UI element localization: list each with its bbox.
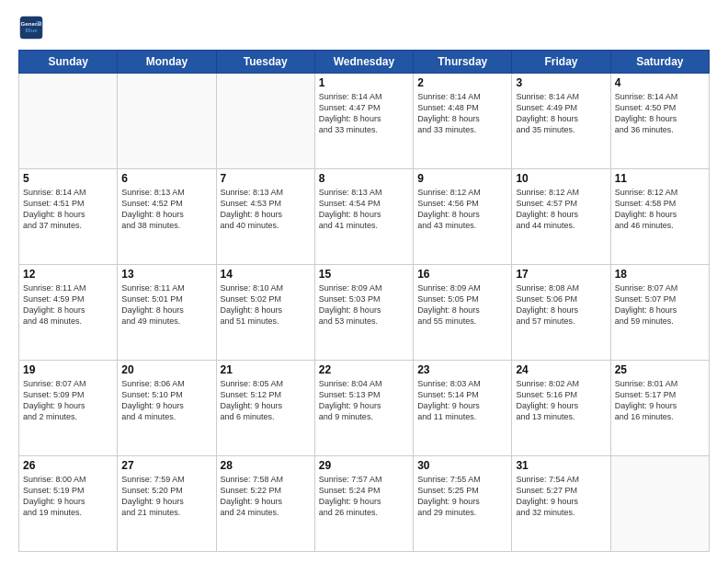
day-info: Sunrise: 8:13 AM Sunset: 4:52 PM Dayligh… — [121, 187, 211, 232]
weekday-header-tuesday: Tuesday — [216, 51, 314, 74]
day-number: 14 — [221, 268, 311, 281]
day-info: Sunrise: 8:02 AM Sunset: 5:16 PM Dayligh… — [516, 378, 606, 423]
day-number: 29 — [319, 459, 409, 472]
day-number: 11 — [615, 172, 705, 185]
day-info: Sunrise: 8:13 AM Sunset: 4:54 PM Dayligh… — [319, 187, 409, 232]
calendar-cell-4-6: 24Sunrise: 8:02 AM Sunset: 5:16 PM Dayli… — [512, 361, 610, 456]
day-info: Sunrise: 8:04 AM Sunset: 5:13 PM Dayligh… — [319, 378, 409, 423]
weekday-header-thursday: Thursday — [414, 51, 512, 74]
weekday-header-monday: Monday — [118, 51, 216, 74]
day-number: 1 — [319, 76, 409, 89]
calendar-cell-5-2: 27Sunrise: 7:59 AM Sunset: 5:20 PM Dayli… — [118, 456, 216, 552]
day-number: 25 — [615, 363, 705, 376]
calendar-cell-1-1 — [19, 74, 118, 169]
day-info: Sunrise: 8:14 AM Sunset: 4:51 PM Dayligh… — [23, 187, 113, 232]
day-number: 4 — [615, 76, 705, 89]
weekday-header-saturday: Saturday — [610, 51, 709, 74]
day-number: 21 — [221, 363, 311, 376]
calendar-cell-4-4: 22Sunrise: 8:04 AM Sunset: 5:13 PM Dayli… — [314, 361, 413, 456]
week-row-2: 5Sunrise: 8:14 AM Sunset: 4:51 PM Daylig… — [19, 169, 710, 265]
day-number: 10 — [516, 172, 606, 185]
logo: General Blue — [18, 15, 44, 40]
day-number: 3 — [516, 76, 606, 89]
svg-text:Blue: Blue — [25, 27, 38, 33]
day-number: 2 — [417, 76, 507, 89]
day-info: Sunrise: 8:00 AM Sunset: 5:19 PM Dayligh… — [23, 474, 113, 519]
calendar-cell-3-5: 16Sunrise: 8:09 AM Sunset: 5:05 PM Dayli… — [414, 265, 512, 361]
weekday-header-wednesday: Wednesday — [314, 51, 413, 74]
calendar-cell-2-2: 6Sunrise: 8:13 AM Sunset: 4:52 PM Daylig… — [118, 169, 216, 265]
day-info: Sunrise: 7:58 AM Sunset: 5:22 PM Dayligh… — [221, 474, 311, 519]
calendar-cell-1-6: 3Sunrise: 8:14 AM Sunset: 4:49 PM Daylig… — [512, 74, 610, 169]
day-number: 30 — [417, 459, 507, 472]
calendar-cell-4-2: 20Sunrise: 8:06 AM Sunset: 5:10 PM Dayli… — [118, 361, 216, 456]
day-number: 22 — [319, 363, 409, 376]
calendar-cell-1-5: 2Sunrise: 8:14 AM Sunset: 4:48 PM Daylig… — [414, 74, 512, 169]
day-number: 31 — [516, 459, 606, 472]
day-number: 8 — [319, 172, 409, 185]
day-number: 26 — [23, 459, 113, 472]
day-info: Sunrise: 7:59 AM Sunset: 5:20 PM Dayligh… — [121, 474, 211, 519]
calendar-cell-3-1: 12Sunrise: 8:11 AM Sunset: 4:59 PM Dayli… — [19, 265, 118, 361]
day-info: Sunrise: 7:57 AM Sunset: 5:24 PM Dayligh… — [319, 474, 409, 519]
day-info: Sunrise: 8:07 AM Sunset: 5:07 PM Dayligh… — [615, 282, 705, 327]
day-info: Sunrise: 8:06 AM Sunset: 5:10 PM Dayligh… — [121, 378, 211, 423]
day-number: 7 — [221, 172, 311, 185]
day-info: Sunrise: 8:12 AM Sunset: 4:56 PM Dayligh… — [417, 187, 507, 232]
calendar-cell-5-1: 26Sunrise: 8:00 AM Sunset: 5:19 PM Dayli… — [19, 456, 118, 552]
day-info: Sunrise: 8:08 AM Sunset: 5:06 PM Dayligh… — [516, 282, 606, 327]
calendar-cell-5-7 — [610, 456, 709, 552]
week-row-4: 19Sunrise: 8:07 AM Sunset: 5:09 PM Dayli… — [19, 361, 710, 456]
page: General Blue SundayMondayTuesdayWednesda… — [0, 0, 728, 563]
day-info: Sunrise: 8:01 AM Sunset: 5:17 PM Dayligh… — [615, 378, 705, 423]
day-info: Sunrise: 8:12 AM Sunset: 4:57 PM Dayligh… — [516, 187, 606, 232]
calendar-cell-4-5: 23Sunrise: 8:03 AM Sunset: 5:14 PM Dayli… — [414, 361, 512, 456]
day-info: Sunrise: 8:14 AM Sunset: 4:48 PM Dayligh… — [417, 91, 507, 136]
logo-icon: General Blue — [18, 15, 44, 40]
day-info: Sunrise: 8:11 AM Sunset: 4:59 PM Dayligh… — [23, 282, 113, 327]
day-info: Sunrise: 8:13 AM Sunset: 4:53 PM Dayligh… — [221, 187, 311, 232]
calendar-cell-5-6: 31Sunrise: 7:54 AM Sunset: 5:27 PM Dayli… — [512, 456, 610, 552]
calendar-cell-2-3: 7Sunrise: 8:13 AM Sunset: 4:53 PM Daylig… — [216, 169, 314, 265]
day-info: Sunrise: 8:05 AM Sunset: 5:12 PM Dayligh… — [221, 378, 311, 423]
calendar-cell-2-1: 5Sunrise: 8:14 AM Sunset: 4:51 PM Daylig… — [19, 169, 118, 265]
calendar-cell-3-2: 13Sunrise: 8:11 AM Sunset: 5:01 PM Dayli… — [118, 265, 216, 361]
calendar-cell-1-3 — [216, 74, 314, 169]
day-number: 13 — [121, 268, 211, 281]
day-number: 28 — [221, 459, 311, 472]
week-row-3: 12Sunrise: 8:11 AM Sunset: 4:59 PM Dayli… — [19, 265, 710, 361]
day-info: Sunrise: 8:03 AM Sunset: 5:14 PM Dayligh… — [417, 378, 507, 423]
calendar-cell-3-4: 15Sunrise: 8:09 AM Sunset: 5:03 PM Dayli… — [314, 265, 413, 361]
day-info: Sunrise: 8:12 AM Sunset: 4:58 PM Dayligh… — [615, 187, 705, 232]
day-number: 19 — [23, 363, 113, 376]
day-info: Sunrise: 8:11 AM Sunset: 5:01 PM Dayligh… — [121, 282, 211, 327]
day-info: Sunrise: 8:09 AM Sunset: 5:05 PM Dayligh… — [417, 282, 507, 327]
header: General Blue — [18, 15, 710, 40]
calendar-cell-4-7: 25Sunrise: 8:01 AM Sunset: 5:17 PM Dayli… — [610, 361, 709, 456]
day-number: 12 — [23, 268, 113, 281]
calendar-cell-2-6: 10Sunrise: 8:12 AM Sunset: 4:57 PM Dayli… — [512, 169, 610, 265]
day-info: Sunrise: 8:10 AM Sunset: 5:02 PM Dayligh… — [221, 282, 311, 327]
day-info: Sunrise: 8:14 AM Sunset: 4:49 PM Dayligh… — [516, 91, 606, 136]
calendar-cell-5-5: 30Sunrise: 7:55 AM Sunset: 5:25 PM Dayli… — [414, 456, 512, 552]
week-row-5: 26Sunrise: 8:00 AM Sunset: 5:19 PM Dayli… — [19, 456, 710, 552]
calendar-cell-4-1: 19Sunrise: 8:07 AM Sunset: 5:09 PM Dayli… — [19, 361, 118, 456]
weekday-header-row: SundayMondayTuesdayWednesdayThursdayFrid… — [19, 51, 710, 74]
calendar-cell-1-2 — [118, 74, 216, 169]
day-info: Sunrise: 7:54 AM Sunset: 5:27 PM Dayligh… — [516, 474, 606, 519]
weekday-header-friday: Friday — [512, 51, 610, 74]
day-info: Sunrise: 7:55 AM Sunset: 5:25 PM Dayligh… — [417, 474, 507, 519]
day-number: 5 — [23, 172, 113, 185]
day-info: Sunrise: 8:14 AM Sunset: 4:50 PM Dayligh… — [615, 91, 705, 136]
calendar-cell-2-4: 8Sunrise: 8:13 AM Sunset: 4:54 PM Daylig… — [314, 169, 413, 265]
calendar-cell-5-4: 29Sunrise: 7:57 AM Sunset: 5:24 PM Dayli… — [314, 456, 413, 552]
day-number: 9 — [417, 172, 507, 185]
day-number: 20 — [121, 363, 211, 376]
calendar-table: SundayMondayTuesdayWednesdayThursdayFrid… — [18, 50, 710, 552]
calendar-cell-1-7: 4Sunrise: 8:14 AM Sunset: 4:50 PM Daylig… — [610, 74, 709, 169]
weekday-header-sunday: Sunday — [19, 51, 118, 74]
day-number: 16 — [417, 268, 507, 281]
calendar-cell-3-6: 17Sunrise: 8:08 AM Sunset: 5:06 PM Dayli… — [512, 265, 610, 361]
calendar-cell-5-3: 28Sunrise: 7:58 AM Sunset: 5:22 PM Dayli… — [216, 456, 314, 552]
day-number: 23 — [417, 363, 507, 376]
